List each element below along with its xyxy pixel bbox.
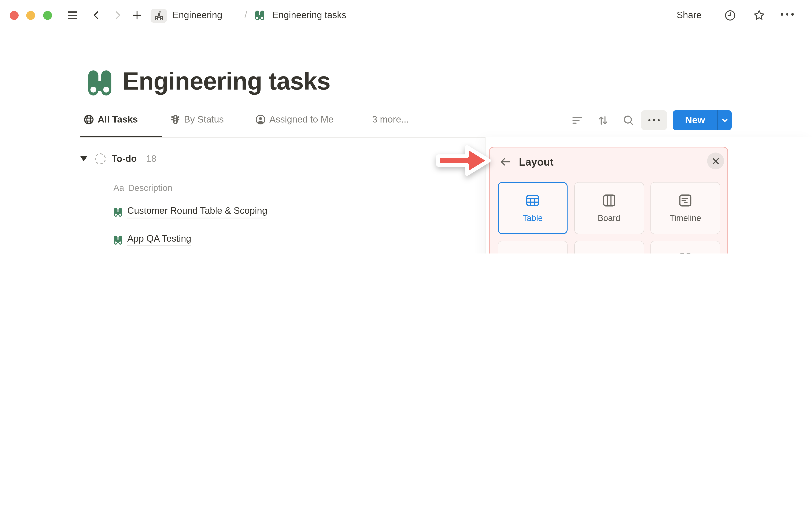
- table-body: Customer Round Table & Scoping App QA Te…: [80, 198, 485, 253]
- page-title[interactable]: Engineering tasks: [123, 67, 330, 95]
- new-button[interactable]: New: [673, 110, 732, 130]
- breadcrumb-page[interactable]: Engineering tasks: [272, 10, 346, 21]
- globe-icon: [83, 114, 94, 125]
- sort-icon[interactable]: [597, 114, 609, 126]
- panel-title: Layout: [519, 156, 554, 168]
- active-tab-underline: [80, 135, 162, 137]
- binoculars-page-icon: [113, 234, 123, 245]
- layout-option-list[interactable]: List: [574, 241, 644, 253]
- forward-icon[interactable]: [112, 10, 123, 20]
- layout-option-timeline[interactable]: Timeline: [651, 182, 720, 234]
- status-traffic-light-icon: [170, 114, 181, 125]
- binoculars-page-icon: [255, 9, 265, 21]
- binoculars-page-icon: [113, 207, 123, 217]
- traffic-light-zoom[interactable]: [43, 11, 52, 20]
- notion-window: Engineering / Engineering tasks Share: [0, 0, 812, 253]
- updates-clock-icon[interactable]: [724, 10, 736, 21]
- new-page-plus-icon[interactable]: [132, 10, 142, 20]
- table-layout-icon: [525, 193, 540, 208]
- task-page-link[interactable]: Customer Round Table & Scoping: [127, 205, 267, 218]
- timeline-layout-icon: [678, 193, 693, 208]
- traffic-light-minimize[interactable]: [26, 11, 35, 20]
- search-icon[interactable]: [622, 114, 635, 126]
- gallery-layout-icon: [678, 252, 693, 253]
- view-options-icon[interactable]: [641, 110, 667, 130]
- filter-icon[interactable]: [572, 115, 583, 126]
- collapse-triangle-icon[interactable]: [80, 156, 87, 161]
- board-layout-icon: [602, 193, 616, 208]
- annotation-arrow-icon: [435, 143, 492, 178]
- calendar-layout-icon: [525, 252, 540, 253]
- todo-status-icon: [95, 153, 106, 164]
- layout-option-table[interactable]: Table: [498, 182, 567, 234]
- back-icon[interactable]: [91, 10, 101, 20]
- share-button[interactable]: Share: [677, 10, 701, 21]
- table-row[interactable]: Customer Round Table & Scoping: [80, 198, 485, 226]
- task-page-link[interactable]: App QA Testing: [127, 233, 191, 246]
- table-row[interactable]: App QA Testing: [80, 226, 485, 253]
- person-circle-icon: [255, 114, 266, 125]
- tab-by-status[interactable]: By Status: [170, 114, 224, 125]
- favorite-star-icon[interactable]: [753, 9, 765, 21]
- tab-assigned-to-me[interactable]: Assigned to Me: [255, 114, 334, 125]
- tab-more-views[interactable]: 3 more...: [372, 114, 409, 125]
- panel-close-icon[interactable]: [707, 153, 724, 169]
- layout-option-gallery[interactable]: Gallery: [651, 241, 720, 253]
- panel-back-icon[interactable]: [500, 156, 511, 168]
- sidebar-menu-icon[interactable]: [68, 11, 78, 19]
- tab-all-tasks[interactable]: All Tasks: [83, 114, 138, 125]
- list-layout-icon: [602, 252, 616, 253]
- breadcrumb-separator: /: [245, 10, 247, 21]
- layout-option-board[interactable]: Board: [574, 182, 644, 234]
- text-type-icon: Aa: [113, 183, 124, 193]
- traffic-light-close[interactable]: [10, 11, 18, 20]
- teamspace-building-icon[interactable]: [151, 9, 167, 23]
- column-header-description[interactable]: Aa Description: [113, 182, 172, 194]
- window-titlebar: Engineering / Engineering tasks Share: [0, 0, 812, 31]
- page-title-binoculars-icon[interactable]: [87, 63, 113, 101]
- layout-option-calendar[interactable]: Calendar: [498, 241, 567, 253]
- breadcrumb-teamspace[interactable]: Engineering: [172, 10, 222, 21]
- group-header-todo[interactable]: To-do 18: [80, 149, 156, 169]
- more-options-icon[interactable]: [781, 13, 794, 15]
- new-dropdown-chevron-icon[interactable]: [718, 117, 732, 124]
- view-settings-panel: Layout Table Board: [485, 137, 812, 253]
